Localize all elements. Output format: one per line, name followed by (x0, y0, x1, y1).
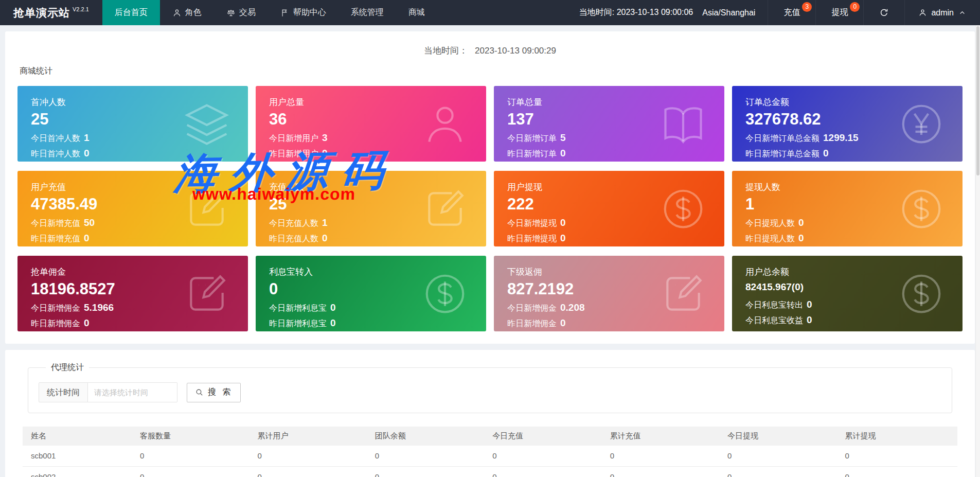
card-line-label: 今日新增订单总金额 (745, 134, 819, 143)
stat-card: 用户提现222今日新增提现0昨日新增提现0 (494, 171, 724, 246)
book-icon (660, 100, 707, 148)
menu-item-label: 帮助中心 (293, 7, 326, 18)
layers-icon (183, 100, 230, 148)
card-line-value: 0 (807, 314, 812, 325)
table-cell: 0 (722, 446, 840, 466)
stat-card: 下级返佣827.2192今日新增佣金0.208昨日新增佣金0 (494, 256, 724, 331)
refresh-button[interactable] (863, 0, 904, 25)
card-yesterday-line: 昨日新增用户0 (269, 148, 473, 160)
server-time: 当地时间：2023-10-13 09:00:29 (17, 40, 963, 60)
card-line-label: 今日利息宝收益 (745, 316, 803, 325)
card-line-label: 今日新增提现 (507, 219, 557, 227)
table-cell: 0 (840, 466, 957, 477)
brand-version: V2.2.1 (73, 6, 89, 12)
card-line-value: 0 (322, 233, 328, 243)
stats-panel: 当地时间：2023-10-13 09:00:29 商城统计 首冲人数25今日首冲… (5, 31, 975, 344)
card-line-value: 0 (560, 148, 566, 158)
server-time-label: 当地时间： (424, 46, 468, 56)
table-cell: 0 (370, 466, 487, 477)
card-line-label: 今日首冲人数 (31, 134, 80, 143)
table-header-cell: 今日提现 (722, 427, 840, 446)
table-cell: 0 (605, 466, 722, 477)
stat-card: 利息宝转入0今日新增利息宝0昨日新增利息宝0 (256, 256, 486, 331)
card-line-value: 0.208 (560, 302, 585, 313)
table-header-cell: 累计用户 (252, 427, 369, 446)
table-cell: 0 (487, 466, 604, 477)
table-cell: 0 (487, 446, 604, 466)
card-line-value: 0 (84, 233, 90, 243)
scrollbar-thumb[interactable] (976, 26, 979, 175)
menu-item-help-center[interactable]: 帮助中心 (268, 0, 338, 25)
table-cell: 0 (135, 446, 252, 466)
dollar-circle-icon (660, 185, 707, 233)
search-icon (195, 388, 204, 397)
card-line-value: 1 (322, 217, 328, 228)
local-time-text: 当地时间: 2023-10-13 09:00:06 (579, 7, 693, 18)
table-cell: 0 (605, 446, 722, 466)
stat-card: 抢单佣金18196.8527今日新增佣金5.1966昨日新增佣金0 (17, 256, 248, 331)
card-yesterday-line: 昨日新增订单0 (507, 148, 711, 160)
agent-fieldset: 代理统计 统计时间 搜 索 (28, 362, 952, 413)
stat-time-input[interactable] (88, 382, 177, 402)
table-header-cell: 累计提现 (840, 427, 957, 446)
card-line-label: 昨日充值人数 (269, 234, 318, 243)
dollar-circle-icon (898, 270, 945, 317)
table-row: scb0020000000 (23, 466, 957, 477)
user-menu[interactable]: admin (904, 0, 980, 25)
menu-item-mall[interactable]: 商城 (396, 0, 437, 25)
withdraw-button[interactable]: 提现 0 (815, 0, 863, 25)
table-row: scb0010000000 (23, 446, 957, 466)
brand: 抢单演示站 V2.2.1 (0, 0, 102, 25)
recharge-button[interactable]: 充值 3 (768, 0, 815, 25)
stat-card: 首冲人数25今日首冲人数1昨日首冲人数0 (17, 86, 248, 162)
menu-item-label: 角色 (185, 7, 202, 18)
card-line-label: 昨日新增利息宝 (269, 319, 327, 328)
card-line-label: 今日新增利息宝 (269, 304, 327, 312)
card-line-label: 昨日提现人数 (745, 234, 795, 243)
card-line-label: 今日新增佣金 (31, 304, 80, 312)
table-cell: scb002 (23, 466, 135, 477)
card-line-value: 50 (84, 217, 95, 228)
menu-item-dashboard[interactable]: 后台首页 (102, 0, 160, 25)
navbar-local-time: 当地时间: 2023-10-13 09:00:06 Asia/Shanghai (579, 0, 756, 25)
card-line-value: 3 (322, 132, 328, 143)
yen-circle-icon (898, 100, 945, 148)
page-scrollbar[interactable] (975, 25, 980, 477)
card-line-label: 昨日新增充值 (31, 234, 80, 243)
card-line-label: 昨日新增订单总金额 (745, 149, 819, 158)
brand-name: 抢单演示站 (13, 6, 70, 20)
card-line-value: 0 (330, 302, 336, 313)
stat-card: 订单总量137今日新增订单5昨日新增订单0 (494, 86, 724, 162)
table-header-cell: 团队余额 (370, 427, 487, 446)
agent-legend: 代理统计 (46, 362, 89, 373)
card-yesterday-line: 昨日新增提现0 (507, 233, 711, 244)
card-line-value: 0 (798, 233, 804, 243)
table-cell: 0 (722, 466, 840, 477)
flag-icon (280, 8, 290, 17)
card-line-value: 0 (84, 317, 90, 328)
server-time-value: 2023-10-13 09:00:29 (475, 46, 556, 56)
top-navbar: 抢单演示站 V2.2.1 后台首页角色交易帮助中心系统管理商城 当地时间: 20… (0, 0, 980, 25)
card-line-label: 昨日新增用户 (269, 149, 318, 158)
table-cell: 0 (252, 446, 369, 466)
card-line-label: 今日利息宝转出 (745, 301, 803, 309)
menu-item-label: 系统管理 (351, 7, 384, 18)
navbar-right: 当地时间: 2023-10-13 09:00:06 Asia/Shanghai … (579, 0, 980, 25)
card-line-value: 1299.15 (823, 132, 859, 143)
card-line-label: 今日提现人数 (745, 219, 795, 227)
stat-card: 用户充值47385.49今日新增充值50昨日新增充值0 (17, 171, 248, 246)
menu-item-system[interactable]: 系统管理 (338, 0, 396, 25)
card-yesterday-line: 昨日新增佣金0 (31, 317, 235, 329)
stat-card: 充值人数25今日充值人数1昨日充值人数0 (256, 171, 486, 246)
section-title: 商城统计 (17, 66, 963, 77)
search-button[interactable]: 搜 索 (187, 383, 241, 402)
menu-item-roles[interactable]: 角色 (160, 0, 214, 25)
card-line-label: 今日新增充值 (31, 219, 80, 227)
refresh-icon (879, 8, 889, 17)
card-line-value: 0 (823, 148, 829, 158)
dollar-circle-icon (898, 185, 945, 233)
card-line-value: 5.1966 (84, 302, 114, 313)
menu-item-trade[interactable]: 交易 (214, 0, 268, 25)
scales-icon (226, 8, 236, 17)
card-line-label: 今日充值人数 (269, 219, 318, 227)
